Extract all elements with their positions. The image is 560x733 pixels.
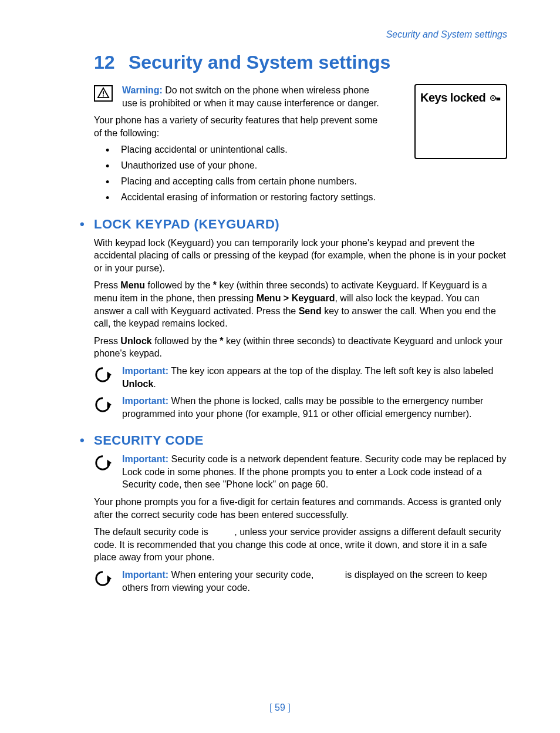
running-header: Security and System settings bbox=[59, 29, 507, 40]
important-note: Important: When the phone is locked, cal… bbox=[122, 395, 507, 420]
chapter-number: 12 bbox=[94, 52, 123, 73]
list-item: Placing accidental or unintentional call… bbox=[106, 144, 507, 156]
list-item: Placing and accepting calls from certain… bbox=[106, 176, 507, 188]
svg-point-4 bbox=[492, 97, 494, 99]
body-paragraph: Your phone prompts you for a five-digit … bbox=[94, 496, 507, 521]
chapter-title-text: Security and System settings bbox=[129, 52, 390, 73]
important-icon bbox=[94, 366, 112, 384]
body-paragraph: The default security code is , unless yo… bbox=[94, 526, 507, 564]
warning-label: Warning: bbox=[122, 85, 163, 95]
list-item: Unauthorized use of your phone. bbox=[106, 160, 507, 172]
screen-label: Keys locked bbox=[420, 91, 485, 105]
body-paragraph: Press Unlock followed by the * key (with… bbox=[94, 335, 507, 360]
key-icon bbox=[490, 93, 501, 103]
chapter-title: 12 Security and System settings bbox=[94, 52, 507, 73]
important-icon bbox=[94, 454, 112, 472]
body-paragraph: Press Menu followed by the * key (within… bbox=[94, 279, 507, 329]
section-heading-keyguard: •LOCK KEYPAD (KEYGUARD) bbox=[94, 217, 507, 232]
important-note: Important: The key icon appears at the t… bbox=[122, 365, 507, 390]
body-paragraph: With keypad lock (Keyguard) you can temp… bbox=[94, 237, 507, 275]
list-item: Accidental erasing of information or res… bbox=[106, 191, 507, 204]
intro-paragraph: Your phone has a variety of security fea… bbox=[94, 114, 387, 139]
page-number: [ 59 ] bbox=[0, 702, 560, 713]
important-icon bbox=[94, 396, 112, 413]
feature-bullet-list: Placing accidental or unintentional call… bbox=[106, 144, 507, 203]
important-icon bbox=[94, 570, 112, 587]
svg-point-2 bbox=[103, 95, 104, 96]
important-note: Important: Security code is a network de… bbox=[122, 453, 507, 491]
warning-text: Warning: Do not switch on the phone when… bbox=[122, 84, 380, 109]
section-heading-security-code: •SECURITY CODE bbox=[94, 433, 507, 448]
warning-icon bbox=[94, 85, 113, 102]
important-note: Important: When entering your security c… bbox=[122, 569, 507, 594]
